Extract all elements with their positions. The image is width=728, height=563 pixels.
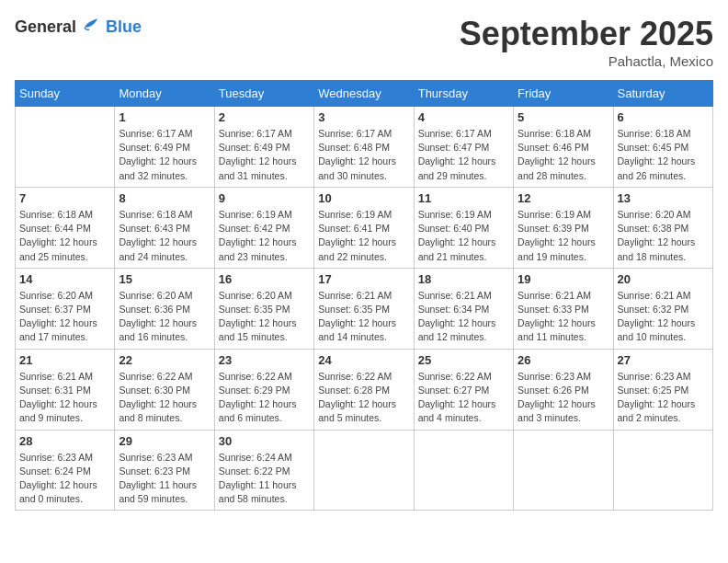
day-info: Sunrise: 6:21 AM Sunset: 6:33 PM Dayligh… bbox=[518, 289, 609, 345]
calendar-cell: 5Sunrise: 6:18 AM Sunset: 6:46 PM Daylig… bbox=[514, 107, 613, 188]
calendar-cell bbox=[613, 430, 712, 511]
day-number: 19 bbox=[518, 272, 609, 286]
calendar-cell: 27Sunrise: 6:23 AM Sunset: 6:25 PM Dayli… bbox=[613, 349, 712, 430]
logo: General Blue bbox=[15, 15, 142, 40]
calendar-cell: 19Sunrise: 6:21 AM Sunset: 6:33 PM Dayli… bbox=[514, 268, 613, 349]
day-number: 18 bbox=[418, 272, 509, 286]
calendar-cell: 16Sunrise: 6:20 AM Sunset: 6:35 PM Dayli… bbox=[214, 268, 313, 349]
calendar-cell: 9Sunrise: 6:19 AM Sunset: 6:42 PM Daylig… bbox=[214, 187, 313, 268]
calendar-table: SundayMondayTuesdayWednesdayThursdayFrid… bbox=[15, 80, 713, 511]
day-number: 3 bbox=[318, 110, 409, 124]
day-number: 17 bbox=[318, 272, 409, 286]
day-number: 23 bbox=[219, 353, 310, 367]
logo-bird-icon bbox=[81, 15, 101, 40]
calendar-cell: 14Sunrise: 6:20 AM Sunset: 6:37 PM Dayli… bbox=[16, 268, 115, 349]
week-row-5: 28Sunrise: 6:23 AM Sunset: 6:24 PM Dayli… bbox=[16, 430, 713, 511]
day-header-monday: Monday bbox=[115, 81, 214, 107]
calendar-cell: 8Sunrise: 6:18 AM Sunset: 6:43 PM Daylig… bbox=[115, 187, 214, 268]
day-info: Sunrise: 6:19 AM Sunset: 6:41 PM Dayligh… bbox=[318, 208, 409, 264]
day-number: 27 bbox=[618, 353, 709, 367]
day-number: 28 bbox=[19, 434, 110, 448]
day-header-tuesday: Tuesday bbox=[214, 81, 313, 107]
calendar-cell: 21Sunrise: 6:21 AM Sunset: 6:31 PM Dayli… bbox=[16, 349, 115, 430]
day-number: 15 bbox=[119, 272, 210, 286]
day-number: 6 bbox=[618, 110, 709, 124]
day-number: 22 bbox=[119, 353, 210, 367]
calendar-cell: 17Sunrise: 6:21 AM Sunset: 6:35 PM Dayli… bbox=[314, 268, 414, 349]
calendar-cell: 13Sunrise: 6:20 AM Sunset: 6:38 PM Dayli… bbox=[613, 187, 712, 268]
day-info: Sunrise: 6:23 AM Sunset: 6:23 PM Dayligh… bbox=[119, 451, 210, 507]
day-info: Sunrise: 6:17 AM Sunset: 6:47 PM Dayligh… bbox=[418, 127, 509, 183]
calendar-cell: 25Sunrise: 6:22 AM Sunset: 6:27 PM Dayli… bbox=[414, 349, 513, 430]
day-number: 9 bbox=[219, 191, 310, 205]
day-info: Sunrise: 6:22 AM Sunset: 6:29 PM Dayligh… bbox=[219, 370, 310, 426]
day-header-thursday: Thursday bbox=[414, 81, 513, 107]
day-info: Sunrise: 6:19 AM Sunset: 6:39 PM Dayligh… bbox=[518, 208, 609, 264]
day-info: Sunrise: 6:22 AM Sunset: 6:28 PM Dayligh… bbox=[318, 370, 409, 426]
day-header-wednesday: Wednesday bbox=[314, 81, 414, 107]
calendar-cell: 12Sunrise: 6:19 AM Sunset: 6:39 PM Dayli… bbox=[514, 187, 613, 268]
calendar-cell bbox=[314, 430, 414, 511]
calendar-cell: 18Sunrise: 6:21 AM Sunset: 6:34 PM Dayli… bbox=[414, 268, 513, 349]
day-number: 30 bbox=[219, 434, 310, 448]
calendar-cell: 28Sunrise: 6:23 AM Sunset: 6:24 PM Dayli… bbox=[16, 430, 115, 511]
calendar-cell bbox=[16, 107, 115, 188]
calendar-cell: 20Sunrise: 6:21 AM Sunset: 6:32 PM Dayli… bbox=[613, 268, 712, 349]
day-info: Sunrise: 6:20 AM Sunset: 6:35 PM Dayligh… bbox=[219, 289, 310, 345]
day-number: 13 bbox=[618, 191, 709, 205]
day-number: 29 bbox=[119, 434, 210, 448]
day-number: 25 bbox=[418, 353, 509, 367]
day-info: Sunrise: 6:20 AM Sunset: 6:37 PM Dayligh… bbox=[19, 289, 110, 345]
day-number: 14 bbox=[19, 272, 110, 286]
calendar-cell bbox=[514, 430, 613, 511]
day-number: 11 bbox=[418, 191, 509, 205]
calendar-cell: 7Sunrise: 6:18 AM Sunset: 6:44 PM Daylig… bbox=[16, 187, 115, 268]
day-info: Sunrise: 6:17 AM Sunset: 6:48 PM Dayligh… bbox=[318, 127, 409, 183]
day-info: Sunrise: 6:21 AM Sunset: 6:35 PM Dayligh… bbox=[318, 289, 409, 345]
calendar-cell: 10Sunrise: 6:19 AM Sunset: 6:41 PM Dayli… bbox=[314, 187, 414, 268]
day-info: Sunrise: 6:18 AM Sunset: 6:45 PM Dayligh… bbox=[618, 127, 709, 183]
day-info: Sunrise: 6:18 AM Sunset: 6:44 PM Dayligh… bbox=[19, 208, 110, 264]
day-info: Sunrise: 6:23 AM Sunset: 6:25 PM Dayligh… bbox=[618, 370, 709, 426]
day-info: Sunrise: 6:22 AM Sunset: 6:27 PM Dayligh… bbox=[418, 370, 509, 426]
day-number: 16 bbox=[219, 272, 310, 286]
week-row-4: 21Sunrise: 6:21 AM Sunset: 6:31 PM Dayli… bbox=[16, 349, 713, 430]
calendar-cell: 2Sunrise: 6:17 AM Sunset: 6:49 PM Daylig… bbox=[214, 107, 313, 188]
calendar-cell: 22Sunrise: 6:22 AM Sunset: 6:30 PM Dayli… bbox=[115, 349, 214, 430]
day-info: Sunrise: 6:19 AM Sunset: 6:40 PM Dayligh… bbox=[418, 208, 509, 264]
day-info: Sunrise: 6:20 AM Sunset: 6:36 PM Dayligh… bbox=[119, 289, 210, 345]
day-number: 2 bbox=[219, 110, 310, 124]
day-number: 1 bbox=[119, 110, 210, 124]
day-info: Sunrise: 6:17 AM Sunset: 6:49 PM Dayligh… bbox=[219, 127, 310, 183]
calendar-cell: 4Sunrise: 6:17 AM Sunset: 6:47 PM Daylig… bbox=[414, 107, 513, 188]
day-info: Sunrise: 6:24 AM Sunset: 6:22 PM Dayligh… bbox=[219, 451, 310, 507]
logo-general: General bbox=[15, 17, 76, 37]
calendar-cell bbox=[414, 430, 513, 511]
calendar-cell: 1Sunrise: 6:17 AM Sunset: 6:49 PM Daylig… bbox=[115, 107, 214, 188]
day-number: 12 bbox=[518, 191, 609, 205]
day-info: Sunrise: 6:21 AM Sunset: 6:31 PM Dayligh… bbox=[19, 370, 110, 426]
day-number: 26 bbox=[518, 353, 609, 367]
calendar-cell: 23Sunrise: 6:22 AM Sunset: 6:29 PM Dayli… bbox=[214, 349, 313, 430]
day-info: Sunrise: 6:23 AM Sunset: 6:26 PM Dayligh… bbox=[518, 370, 609, 426]
day-header-saturday: Saturday bbox=[613, 81, 712, 107]
day-number: 20 bbox=[618, 272, 709, 286]
calendar-cell: 3Sunrise: 6:17 AM Sunset: 6:48 PM Daylig… bbox=[314, 107, 414, 188]
day-number: 5 bbox=[518, 110, 609, 124]
week-row-3: 14Sunrise: 6:20 AM Sunset: 6:37 PM Dayli… bbox=[16, 268, 713, 349]
day-header-sunday: Sunday bbox=[16, 81, 115, 107]
title-block: September 2025 Pahactla, Mexico bbox=[460, 15, 713, 69]
day-number: 7 bbox=[19, 191, 110, 205]
day-info: Sunrise: 6:18 AM Sunset: 6:43 PM Dayligh… bbox=[119, 208, 210, 264]
calendar-cell: 11Sunrise: 6:19 AM Sunset: 6:40 PM Dayli… bbox=[414, 187, 513, 268]
month-title: September 2025 bbox=[460, 15, 713, 53]
day-number: 8 bbox=[119, 191, 210, 205]
calendar-cell: 26Sunrise: 6:23 AM Sunset: 6:26 PM Dayli… bbox=[514, 349, 613, 430]
day-info: Sunrise: 6:17 AM Sunset: 6:49 PM Dayligh… bbox=[119, 127, 210, 183]
week-row-1: 1Sunrise: 6:17 AM Sunset: 6:49 PM Daylig… bbox=[16, 107, 713, 188]
day-number: 24 bbox=[318, 353, 409, 367]
day-info: Sunrise: 6:18 AM Sunset: 6:46 PM Dayligh… bbox=[518, 127, 609, 183]
location: Pahactla, Mexico bbox=[460, 53, 713, 69]
logo-blue: Blue bbox=[106, 17, 142, 37]
calendar-cell: 6Sunrise: 6:18 AM Sunset: 6:45 PM Daylig… bbox=[613, 107, 712, 188]
